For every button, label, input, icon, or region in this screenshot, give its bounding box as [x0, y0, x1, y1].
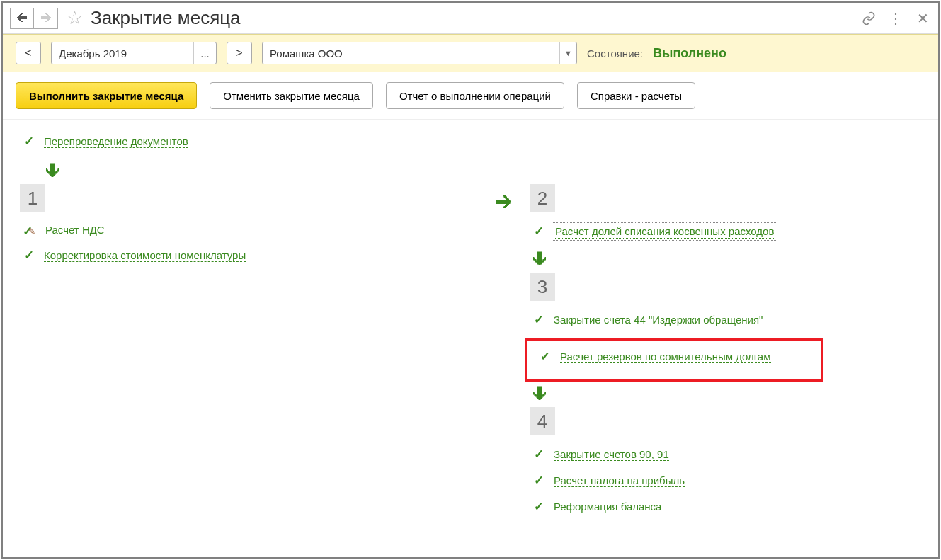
titlebar: 🡰 🡲 ☆ Закрытие месяца ⋮ ✕ — [3, 3, 938, 34]
check-pencil-icon — [23, 224, 37, 236]
stage-number: 2 — [530, 184, 555, 212]
operation-row: ✓ Перепроведение документов — [23, 134, 925, 149]
operation-link-profit-tax[interactable]: Расчет налога на прибыль — [554, 474, 685, 487]
check-icon: ✓ — [532, 312, 545, 327]
operations-report-button[interactable]: Отчет о выполнении операций — [386, 82, 564, 109]
status-label: Состояние: — [587, 47, 643, 59]
period-picker-button[interactable]: ... — [193, 42, 216, 64]
period-value: Декабрь 2019 — [52, 47, 193, 59]
operation-link-close-44[interactable]: Закрытие счета 44 "Издержки обращения" — [554, 314, 763, 326]
period-prev-button[interactable]: < — [16, 42, 41, 64]
operation-row: ✓ Расчет налога на прибыль — [532, 473, 925, 488]
period-next-button[interactable]: > — [227, 42, 252, 64]
operation-link-repost[interactable]: Перепроведение документов — [44, 135, 188, 148]
operation-row: Расчет НДС — [23, 224, 483, 236]
stage-number: 1 — [20, 184, 45, 212]
arrow-down-icon: 🡳 — [531, 250, 925, 270]
run-close-button[interactable]: Выполнить закрытие месяца — [16, 82, 197, 109]
toolbar: Выполнить закрытие месяца Отменить закры… — [3, 72, 938, 120]
close-icon[interactable]: ✕ — [914, 10, 931, 27]
operation-link-indirect-shares[interactable]: Расчет долей списания косвенных расходов — [554, 224, 775, 239]
check-icon: ✓ — [532, 499, 545, 514]
operation-link-vat[interactable]: Расчет НДС — [45, 224, 105, 236]
operation-row: ✓ Закрытие счета 44 "Издержки обращения" — [532, 312, 925, 327]
nav-back-button[interactable]: 🡰 — [10, 8, 34, 29]
arrow-right-icon: 🡲 — [483, 193, 525, 212]
operation-link-reserves[interactable]: Расчет резервов по сомнительным долгам — [560, 350, 771, 363]
references-button[interactable]: Справки - расчеты — [577, 82, 695, 109]
link-icon[interactable] — [860, 10, 877, 27]
highlighted-operation: ✓ Расчет резервов по сомнительным долгам — [525, 338, 823, 382]
check-icon: ✓ — [532, 224, 545, 239]
check-icon: ✓ — [23, 248, 35, 263]
check-icon: ✓ — [532, 447, 545, 462]
operation-row: ✓ Закрытие счетов 90, 91 — [532, 447, 925, 462]
arrow-down-icon: 🡳 — [531, 384, 925, 404]
check-icon: ✓ — [23, 134, 35, 149]
page-title: Закрытие месяца — [91, 7, 860, 29]
organization-dropdown-icon[interactable]: ▼ — [559, 42, 576, 64]
stage-number: 3 — [530, 273, 555, 301]
period-bar: < Декабрь 2019 ... > Ромашка ООО ▼ Состо… — [3, 34, 938, 72]
status-value: Выполнено — [653, 46, 726, 61]
cancel-close-button[interactable]: Отменить закрытие месяца — [210, 82, 373, 109]
operation-row: ✓ Корректировка стоимости номенклатуры — [23, 248, 483, 263]
organization-value: Ромашка ООО — [263, 47, 559, 59]
operation-link-cost-adjust[interactable]: Корректировка стоимости номенклатуры — [44, 249, 246, 262]
check-icon: ✓ — [539, 349, 552, 364]
operation-row: ✓ Расчет резервов по сомнительным долгам — [539, 349, 816, 364]
operation-row: ✓ Расчет долей списания косвенных расход… — [532, 224, 925, 239]
more-menu-icon[interactable]: ⋮ — [887, 10, 904, 27]
period-input[interactable]: Декабрь 2019 ... — [51, 42, 217, 64]
operation-link-balance-reform[interactable]: Реформация баланса — [554, 501, 661, 513]
check-icon: ✓ — [532, 473, 545, 488]
favorite-star-icon[interactable]: ☆ — [64, 8, 85, 29]
organization-input[interactable]: Ромашка ООО ▼ — [262, 42, 577, 64]
nav-forward-button[interactable]: 🡲 — [34, 8, 58, 29]
arrow-down-icon: 🡳 — [44, 161, 925, 181]
operation-row: ✓ Реформация баланса — [532, 499, 925, 514]
operation-link-close-90-91[interactable]: Закрытие счетов 90, 91 — [554, 448, 669, 461]
stage-number: 4 — [530, 407, 555, 435]
